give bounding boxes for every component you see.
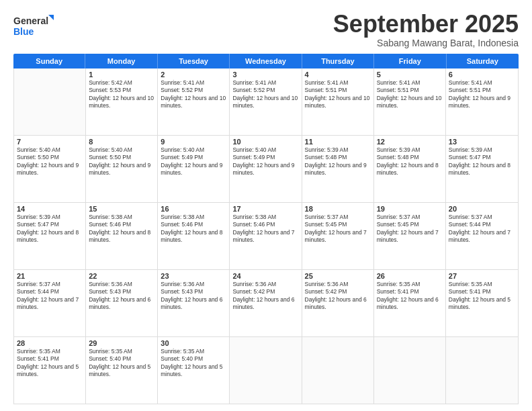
day-number-27: 27: [449, 272, 515, 280]
day-number-1: 1: [89, 71, 154, 79]
cell-info-9: Sunrise: 5:40 AM Sunset: 5:49 PM Dayligh…: [161, 146, 226, 177]
header: General Blue September 2025 Sabang Mawan…: [13, 11, 519, 48]
svg-text:General: General: [13, 15, 48, 26]
day-number-18: 18: [305, 205, 371, 213]
month-title: September 2025: [333, 11, 519, 38]
calendar: SundayMondayTuesdayWednesdayThursdayFrid…: [13, 54, 519, 404]
day-cell-13: 13Sunrise: 5:39 AM Sunset: 5:47 PM Dayli…: [446, 136, 518, 202]
cell-info-4: Sunrise: 5:41 AM Sunset: 5:51 PM Dayligh…: [305, 79, 371, 110]
cell-info-13: Sunrise: 5:39 AM Sunset: 5:47 PM Dayligh…: [449, 146, 515, 177]
day-cell-24: 24Sunrise: 5:36 AM Sunset: 5:42 PM Dayli…: [230, 270, 302, 336]
day-number-2: 2: [161, 71, 226, 79]
empty-cell-r4c4: [302, 337, 374, 404]
day-cell-2: 2Sunrise: 5:41 AM Sunset: 5:52 PM Daylig…: [158, 68, 230, 135]
day-cell-14: 14Sunrise: 5:39 AM Sunset: 5:47 PM Dayli…: [14, 203, 86, 269]
day-cell-30: 30Sunrise: 5:35 AM Sunset: 5:40 PM Dayli…: [158, 337, 230, 404]
cell-info-14: Sunrise: 5:39 AM Sunset: 5:47 PM Dayligh…: [17, 214, 83, 244]
day-number-29: 29: [89, 339, 154, 347]
day-cell-20: 20Sunrise: 5:37 AM Sunset: 5:44 PM Dayli…: [446, 203, 518, 269]
header-day-sunday: Sunday: [13, 54, 85, 68]
day-cell-15: 15Sunrise: 5:38 AM Sunset: 5:46 PM Dayli…: [86, 203, 158, 269]
header-day-thursday: Thursday: [302, 54, 374, 68]
cell-info-10: Sunrise: 5:40 AM Sunset: 5:49 PM Dayligh…: [232, 146, 298, 177]
cell-info-23: Sunrise: 5:36 AM Sunset: 5:43 PM Dayligh…: [161, 281, 226, 312]
cal-row-2: 7Sunrise: 5:40 AM Sunset: 5:50 PM Daylig…: [14, 136, 518, 203]
empty-cell-r4c6: [446, 337, 518, 404]
day-number-17: 17: [232, 205, 298, 213]
day-number-7: 7: [17, 138, 83, 146]
day-number-10: 10: [232, 138, 298, 146]
day-cell-29: 29Sunrise: 5:35 AM Sunset: 5:40 PM Dayli…: [86, 337, 158, 404]
header-day-friday: Friday: [374, 54, 446, 68]
day-cell-6: 6Sunrise: 5:41 AM Sunset: 5:51 PM Daylig…: [446, 68, 518, 135]
day-number-21: 21: [17, 272, 83, 280]
day-cell-17: 17Sunrise: 5:38 AM Sunset: 5:46 PM Dayli…: [230, 203, 302, 269]
header-day-tuesday: Tuesday: [158, 54, 230, 68]
cell-info-3: Sunrise: 5:41 AM Sunset: 5:52 PM Dayligh…: [232, 79, 298, 110]
day-number-16: 16: [161, 205, 226, 213]
day-cell-4: 4Sunrise: 5:41 AM Sunset: 5:51 PM Daylig…: [302, 68, 374, 135]
page: General Blue September 2025 Sabang Mawan…: [0, 0, 532, 411]
empty-cell-r4c5: [374, 337, 446, 404]
cell-info-21: Sunrise: 5:37 AM Sunset: 5:44 PM Dayligh…: [17, 281, 83, 312]
calendar-body: 1Sunrise: 5:42 AM Sunset: 5:53 PM Daylig…: [13, 68, 519, 404]
cell-info-22: Sunrise: 5:36 AM Sunset: 5:43 PM Dayligh…: [89, 281, 154, 312]
day-cell-10: 10Sunrise: 5:40 AM Sunset: 5:49 PM Dayli…: [230, 136, 302, 202]
day-number-6: 6: [449, 71, 515, 79]
logo: General Blue: [13, 13, 54, 40]
cell-info-26: Sunrise: 5:35 AM Sunset: 5:41 PM Dayligh…: [377, 281, 443, 312]
day-number-8: 8: [89, 138, 154, 146]
cell-info-19: Sunrise: 5:37 AM Sunset: 5:45 PM Dayligh…: [377, 214, 443, 244]
day-number-13: 13: [449, 138, 515, 146]
cell-info-11: Sunrise: 5:39 AM Sunset: 5:48 PM Dayligh…: [305, 146, 371, 177]
cell-info-12: Sunrise: 5:39 AM Sunset: 5:48 PM Dayligh…: [377, 146, 443, 177]
cal-row-5: 28Sunrise: 5:35 AM Sunset: 5:41 PM Dayli…: [14, 337, 518, 404]
svg-marker-1: [48, 15, 54, 20]
day-number-15: 15: [89, 205, 154, 213]
day-cell-23: 23Sunrise: 5:36 AM Sunset: 5:43 PM Dayli…: [158, 270, 230, 336]
day-number-11: 11: [305, 138, 371, 146]
day-number-22: 22: [89, 272, 154, 280]
day-number-24: 24: [232, 272, 298, 280]
cell-info-15: Sunrise: 5:38 AM Sunset: 5:46 PM Dayligh…: [89, 214, 154, 244]
day-cell-26: 26Sunrise: 5:35 AM Sunset: 5:41 PM Dayli…: [374, 270, 446, 336]
cell-info-1: Sunrise: 5:42 AM Sunset: 5:53 PM Dayligh…: [89, 79, 154, 110]
day-number-20: 20: [449, 205, 515, 213]
cell-info-20: Sunrise: 5:37 AM Sunset: 5:44 PM Dayligh…: [449, 214, 515, 244]
cell-info-16: Sunrise: 5:38 AM Sunset: 5:46 PM Dayligh…: [161, 214, 226, 244]
day-cell-18: 18Sunrise: 5:37 AM Sunset: 5:45 PM Dayli…: [302, 203, 374, 269]
day-number-3: 3: [232, 71, 298, 79]
day-cell-16: 16Sunrise: 5:38 AM Sunset: 5:46 PM Dayli…: [158, 203, 230, 269]
calendar-header: SundayMondayTuesdayWednesdayThursdayFrid…: [13, 54, 519, 68]
cell-info-27: Sunrise: 5:35 AM Sunset: 5:41 PM Dayligh…: [449, 281, 515, 312]
day-cell-1: 1Sunrise: 5:42 AM Sunset: 5:53 PM Daylig…: [86, 68, 158, 135]
day-cell-21: 21Sunrise: 5:37 AM Sunset: 5:44 PM Dayli…: [14, 270, 86, 336]
day-cell-7: 7Sunrise: 5:40 AM Sunset: 5:50 PM Daylig…: [14, 136, 86, 202]
cell-info-7: Sunrise: 5:40 AM Sunset: 5:50 PM Dayligh…: [17, 146, 83, 177]
cell-info-2: Sunrise: 5:41 AM Sunset: 5:52 PM Dayligh…: [161, 79, 226, 110]
cal-row-4: 21Sunrise: 5:37 AM Sunset: 5:44 PM Dayli…: [14, 270, 518, 337]
cell-info-30: Sunrise: 5:35 AM Sunset: 5:40 PM Dayligh…: [161, 348, 226, 379]
cell-info-29: Sunrise: 5:35 AM Sunset: 5:40 PM Dayligh…: [89, 348, 154, 379]
day-number-28: 28: [17, 339, 83, 347]
day-cell-22: 22Sunrise: 5:36 AM Sunset: 5:43 PM Dayli…: [86, 270, 158, 336]
empty-cell-r0c0: [14, 68, 86, 135]
cell-info-24: Sunrise: 5:36 AM Sunset: 5:42 PM Dayligh…: [232, 281, 298, 312]
title-block: September 2025 Sabang Mawang Barat, Indo…: [333, 11, 519, 48]
cell-info-8: Sunrise: 5:40 AM Sunset: 5:50 PM Dayligh…: [89, 146, 154, 177]
day-cell-3: 3Sunrise: 5:41 AM Sunset: 5:52 PM Daylig…: [230, 68, 302, 135]
day-cell-5: 5Sunrise: 5:41 AM Sunset: 5:51 PM Daylig…: [374, 68, 446, 135]
header-day-wednesday: Wednesday: [230, 54, 302, 68]
cell-info-18: Sunrise: 5:37 AM Sunset: 5:45 PM Dayligh…: [305, 214, 371, 244]
subtitle: Sabang Mawang Barat, Indonesia: [333, 38, 519, 48]
day-cell-8: 8Sunrise: 5:40 AM Sunset: 5:50 PM Daylig…: [86, 136, 158, 202]
day-number-14: 14: [17, 205, 83, 213]
header-day-saturday: Saturday: [447, 54, 519, 68]
day-number-12: 12: [377, 138, 443, 146]
svg-text:Blue: Blue: [13, 26, 34, 37]
day-number-30: 30: [161, 339, 226, 347]
cell-info-28: Sunrise: 5:35 AM Sunset: 5:41 PM Dayligh…: [17, 348, 83, 379]
logo-svg: General Blue: [13, 13, 54, 40]
day-number-23: 23: [161, 272, 226, 280]
cell-info-6: Sunrise: 5:41 AM Sunset: 5:51 PM Dayligh…: [449, 79, 515, 110]
